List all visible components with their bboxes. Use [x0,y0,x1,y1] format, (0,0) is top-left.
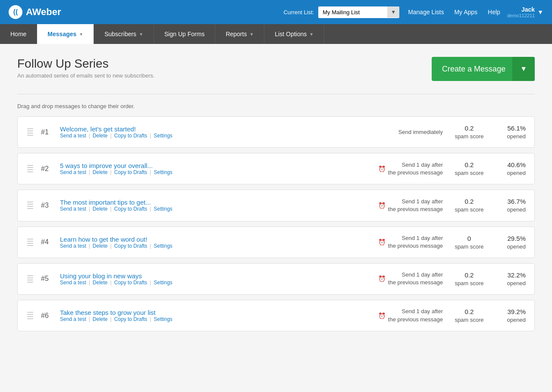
delete-link[interactable]: Delete [93,206,108,212]
message-number: #5 [41,275,53,283]
create-message-chevron-icon: ▼ [512,57,535,81]
copy-to-drafts-link[interactable]: Copy to Drafts [114,280,147,286]
user-name: Jack [507,6,535,13]
nav-reports[interactable]: Reports ▼ [215,24,264,44]
message-opened: 32.2% opened [496,271,526,287]
message-title[interactable]: Welcome, let's get started! [60,125,136,133]
delete-link[interactable]: Delete [93,280,108,286]
message-info: The most important tips to get... Send a… [60,199,358,212]
send-test-link[interactable]: Send a test [60,243,86,249]
copy-to-drafts-link[interactable]: Copy to Drafts [114,206,147,212]
copy-to-drafts-link[interactable]: Copy to Drafts [114,133,147,139]
delete-link[interactable]: Delete [93,169,108,175]
page-header: Follow Up Series An automated series of … [17,57,535,81]
message-info: 5 ways to improve your overall... Send a… [60,162,358,175]
message-actions: Send a test | Delete | Copy to Drafts | … [60,280,358,286]
message-actions: Send a test | Delete | Copy to Drafts | … [60,316,358,322]
page-title-section: Follow Up Series An automated series of … [17,57,155,79]
message-row: #3 The most important tips to get... Sen… [17,190,535,221]
copy-to-drafts-link[interactable]: Copy to Drafts [114,316,147,322]
page-title: Follow Up Series [17,57,155,71]
copy-to-drafts-link[interactable]: Copy to Drafts [114,169,147,175]
settings-link[interactable]: Settings [154,243,172,249]
message-spam-score: 0.2 spam score [450,124,489,140]
logo-icon: (( [9,5,22,19]
message-row: #4 Learn how to get the word out! Send a… [17,227,535,258]
subscribers-chevron-icon: ▼ [139,32,143,37]
send-test-link[interactable]: Send a test [60,169,86,175]
manage-lists-link[interactable]: Manage Lists [408,9,444,16]
send-time-text: Send 1 day afterthe previous message [388,271,443,286]
message-number: #3 [41,202,53,209]
user-info[interactable]: Jack demo112211 ▼ [507,6,543,18]
message-info: Take these steps to grow your list Send … [60,309,358,322]
message-spam-score: 0.2 spam score [450,197,489,214]
message-actions: Send a test | Delete | Copy to Drafts | … [60,169,358,175]
message-opened: 56.1% opened [496,124,526,140]
delete-link[interactable]: Delete [93,243,108,249]
drag-hint: Drag and drop messages to change their o… [17,94,535,109]
header-center: Current List: ▼ [283,6,399,18]
delete-link[interactable]: Delete [93,316,108,322]
main-content: Follow Up Series An automated series of … [0,44,552,344]
message-number: #2 [41,165,53,173]
message-opened: 39.2% opened [496,307,526,324]
drag-handle[interactable] [26,238,34,247]
reports-chevron-icon: ▼ [249,32,254,37]
drag-handle[interactable] [26,311,34,320]
message-title[interactable]: The most important tips to get... [60,199,151,206]
message-title[interactable]: 5 ways to improve your overall... [60,162,153,169]
settings-link[interactable]: Settings [154,133,172,139]
messages-chevron-icon: ▼ [79,32,83,37]
message-title[interactable]: Take these steps to grow your list [60,309,156,316]
user-chevron-icon: ▼ [537,9,543,16]
message-send-time: ⏰ Send 1 day afterthe previous message [365,161,443,177]
send-time-text: Send 1 day afterthe previous message [388,234,443,250]
message-opened: 36.7% opened [496,197,526,214]
settings-link[interactable]: Settings [154,316,172,322]
message-actions: Send a test | Delete | Copy to Drafts | … [60,243,358,249]
send-test-link[interactable]: Send a test [60,133,86,139]
copy-to-drafts-link[interactable]: Copy to Drafts [114,243,147,249]
send-time-text: Send 1 day afterthe previous message [388,308,443,323]
nav-messages[interactable]: Messages ▼ [37,24,94,44]
settings-link[interactable]: Settings [154,280,172,286]
clock-icon: ⏰ [378,312,386,319]
header-nav: Manage Lists My Apps Help [408,9,500,16]
nav-signup-forms[interactable]: Sign Up Forms [154,24,215,44]
page-subtitle: An automated series of emails sent to ne… [17,72,155,79]
create-message-button[interactable]: Create a Message ▼ [432,57,535,81]
list-input[interactable] [318,6,387,18]
my-apps-link[interactable]: My Apps [454,9,477,16]
send-time-text: Send 1 day afterthe previous message [388,198,443,213]
list-dropdown-btn[interactable]: ▼ [387,6,399,18]
message-row: #2 5 ways to improve your overall... Sen… [17,153,535,184]
list-selector[interactable]: ▼ [318,6,399,18]
send-test-link[interactable]: Send a test [60,316,86,322]
message-actions: Send a test | Delete | Copy to Drafts | … [60,133,358,139]
nav-home[interactable]: Home [0,24,37,44]
drag-handle[interactable] [26,274,34,283]
nav-list-options[interactable]: List Options ▼ [264,24,324,44]
settings-link[interactable]: Settings [154,206,172,212]
help-link[interactable]: Help [488,9,500,16]
send-test-link[interactable]: Send a test [60,280,86,286]
user-sub: demo112211 [507,13,535,18]
nav-subscribers[interactable]: Subscribers ▼ [94,24,154,44]
create-message-label: Create a Message [442,65,512,74]
drag-handle[interactable] [26,128,34,137]
clock-icon: ⏰ [378,275,386,282]
top-header: (( AWeber Current List: ▼ Manage Lists M… [0,0,552,24]
send-test-link[interactable]: Send a test [60,206,86,212]
message-number: #4 [41,238,53,246]
message-title[interactable]: Learn how to get the word out! [60,236,147,243]
message-info: Welcome, let's get started! Send a test … [60,125,358,139]
drag-handle[interactable] [26,201,34,210]
settings-link[interactable]: Settings [154,169,172,175]
delete-link[interactable]: Delete [93,133,108,139]
message-title[interactable]: Using your blog in new ways [60,272,142,280]
logo[interactable]: (( AWeber [9,5,61,19]
message-info: Learn how to get the word out! Send a te… [60,236,358,249]
drag-handle[interactable] [26,164,34,173]
message-opened: 29.5% opened [496,234,526,251]
